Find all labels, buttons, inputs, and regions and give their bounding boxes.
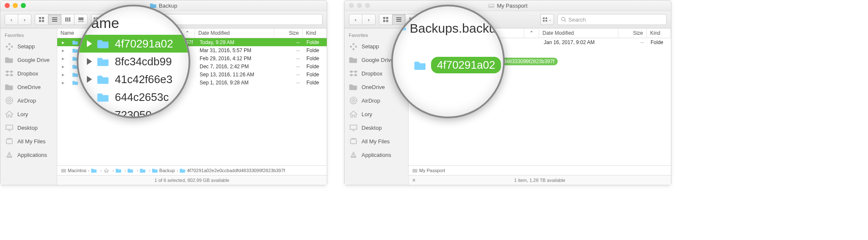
drop-badge-tail: dd48333099f2823b397f	[497, 58, 558, 65]
svg-rect-36	[396, 17, 401, 18]
mag-row: 4f70291a02	[78, 35, 189, 53]
path-separator-icon: ›	[149, 168, 150, 173]
titlebar: Backup	[0, 0, 327, 11]
path-segment[interactable]	[128, 168, 135, 173]
file-kind: Folde	[647, 39, 671, 45]
close-icon[interactable]	[5, 3, 10, 8]
folder-icon	[97, 39, 110, 49]
applications-icon	[5, 150, 14, 159]
disclosure-icon[interactable]: ▸	[57, 80, 69, 86]
search-input[interactable]: Search	[557, 14, 667, 25]
svg-rect-31	[489, 4, 494, 6]
sidebar-item-onedrive[interactable]: OneDrive	[0, 80, 57, 94]
zoom-icon[interactable]	[365, 3, 370, 8]
minimize-icon[interactable]	[13, 3, 18, 8]
svg-rect-58	[351, 138, 356, 139]
disclosure-icon[interactable]: ▸	[57, 56, 69, 61]
arrange-dropdown[interactable]: ⌄	[540, 14, 554, 25]
column-kind[interactable]: Kind	[303, 28, 327, 38]
close-icon[interactable]	[349, 3, 354, 8]
sidebar-item-googledrive[interactable]: Google Drive	[0, 53, 57, 67]
back-button[interactable]: ‹	[349, 14, 362, 25]
path-segment[interactable]: Backup	[152, 168, 175, 173]
svg-rect-6	[52, 21, 57, 22]
column-size[interactable]: Size	[274, 28, 303, 38]
svg-rect-10	[78, 17, 83, 20]
sidebar-item-home[interactable]: Lory	[345, 107, 408, 121]
mag-row: 8fc34cdb99	[78, 53, 189, 70]
file-date: Jan 16, 2017, 9:02 AM	[540, 39, 619, 45]
svg-rect-48	[543, 20, 545, 22]
svg-rect-12	[81, 21, 82, 22]
folder-icon	[414, 60, 427, 70]
sort-indicator-icon[interactable]: ⌃	[524, 28, 539, 38]
back-button[interactable]: ‹	[5, 14, 18, 25]
view-icons-button[interactable]	[379, 14, 392, 25]
path-segment[interactable]	[140, 168, 147, 173]
minimize-icon[interactable]	[357, 3, 362, 8]
folder-icon	[97, 56, 110, 67]
view-list-button[interactable]	[48, 14, 61, 25]
folder-icon	[5, 55, 14, 64]
file-size: --	[275, 72, 303, 78]
sidebar-item-desktop[interactable]: Desktop	[345, 121, 408, 134]
toolbar: ‹ › ⌄ Search	[345, 11, 671, 28]
column-kind[interactable]: Kind	[647, 28, 671, 38]
status-bar: ✕ 1 item, 1.28 TB available	[409, 175, 671, 185]
forward-button[interactable]: ›	[18, 14, 31, 25]
folder-icon	[349, 82, 358, 92]
sidebar-item-allfiles[interactable]: All My Files	[345, 134, 408, 148]
view-gallery-button[interactable]	[74, 14, 88, 25]
magnifier-overlay: ame 4f70291a02 8fc34cdb99 41c42f66e3 644…	[77, 5, 190, 118]
view-columns-button[interactable]	[61, 14, 75, 25]
path-bar[interactable]: My Passport	[409, 165, 671, 175]
svg-rect-29	[61, 169, 66, 173]
sidebar-item-airdrop[interactable]: AirDrop	[345, 94, 408, 107]
sidebar-item-applications[interactable]: Applications	[345, 148, 408, 162]
sidebar-item-dropbox[interactable]: Dropbox	[0, 67, 57, 80]
path-bar[interactable]: Macintos››››››Backup›4f70291a02e2e0ccbad…	[57, 165, 327, 175]
mag-row: 4f70291a02	[393, 57, 503, 73]
column-date[interactable]: Date Modified	[195, 28, 274, 38]
path-segment[interactable]: My Passport	[412, 168, 445, 173]
sidebar: Favorites Setapp Google Drive Dropbox On…	[0, 28, 57, 185]
disclosure-icon[interactable]: ▸	[57, 72, 69, 78]
view-icons-button[interactable]	[35, 14, 48, 25]
file-size: --	[275, 80, 303, 86]
sidebar-item-setapp[interactable]: Setapp	[0, 39, 57, 53]
airdrop-icon	[5, 96, 14, 105]
folder-icon	[180, 168, 186, 173]
column-size[interactable]: Size	[618, 28, 647, 38]
view-list-button[interactable]	[392, 14, 406, 25]
path-segment[interactable]	[103, 168, 111, 173]
file-kind: Folde	[303, 80, 327, 86]
column-date[interactable]: Date Modified	[539, 28, 618, 38]
disclosure-icon[interactable]: ▸	[57, 47, 69, 53]
svg-rect-7	[65, 17, 67, 22]
sidebar-item-desktop[interactable]: Desktop	[0, 121, 57, 134]
path-segment[interactable]: 4f70291a02e2e0ccbaddfd48333099f2823b397f	[180, 168, 285, 173]
path-segment[interactable]	[91, 168, 98, 173]
search-placeholder: Search	[568, 17, 586, 23]
status-text: 1 item, 1.28 TB available	[514, 178, 565, 183]
home-icon	[349, 109, 358, 119]
stop-icon[interactable]: ✕	[412, 178, 416, 183]
disclosure-icon[interactable]: ▸	[57, 64, 69, 70]
file-date: Mar 31, 2016, 5:57 PM	[196, 47, 275, 53]
path-separator-icon: ›	[136, 168, 138, 173]
folder-icon	[412, 168, 418, 173]
disclosure-icon	[87, 76, 92, 83]
sidebar-item-allfiles[interactable]: All My Files	[0, 134, 57, 148]
sidebar-item-home[interactable]: Lory	[0, 107, 57, 121]
drop-badge: 4f70291a02	[431, 57, 501, 73]
svg-rect-27	[6, 139, 12, 144]
forward-button[interactable]: ›	[362, 14, 376, 25]
svg-line-51	[565, 20, 566, 22]
path-segment[interactable]	[116, 168, 123, 173]
zoom-icon[interactable]	[21, 3, 26, 8]
setapp-icon	[5, 42, 14, 51]
sidebar-item-applications[interactable]: Applications	[0, 148, 57, 162]
sidebar-item-airdrop[interactable]: AirDrop	[0, 94, 57, 107]
path-segment[interactable]: Macintos	[61, 168, 86, 173]
disclosure-icon[interactable]: ▸	[57, 39, 69, 45]
